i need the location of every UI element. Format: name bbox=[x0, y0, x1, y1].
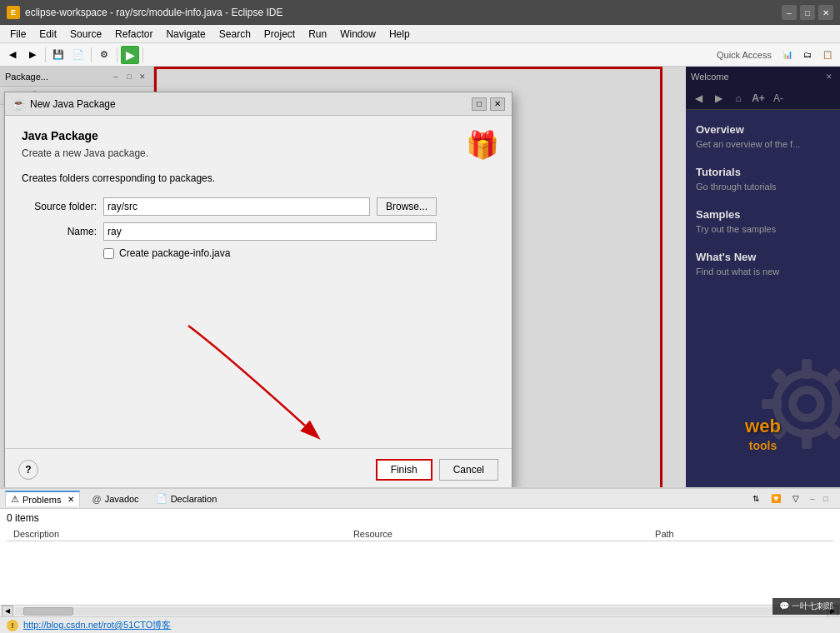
dialog-empty-area bbox=[22, 259, 437, 359]
toolbar-save[interactable]: 💾 bbox=[49, 46, 68, 64]
title-bar: E eclipse-workspace - ray/src/module-inf… bbox=[0, 0, 840, 25]
panel-min-btn[interactable]: – bbox=[807, 493, 818, 505]
status-url[interactable]: http://blog.csdn.net/rot@51CTO博客 bbox=[23, 619, 171, 631]
problems-tab-icon: ⚠ bbox=[11, 494, 19, 505]
checkbox-row: Create package-info.java bbox=[103, 247, 437, 259]
toolbar-view-btn-2[interactable]: 🗂 bbox=[798, 46, 817, 64]
col-description: Description bbox=[7, 527, 347, 541]
help-button[interactable]: ? bbox=[18, 460, 38, 480]
bottom-panel-content: 0 items Description Resource Path bbox=[0, 509, 840, 605]
menu-run[interactable]: Run bbox=[302, 27, 333, 42]
status-bar: ! http://blog.csdn.net/rot@51CTO博客 bbox=[0, 616, 840, 633]
name-input[interactable] bbox=[103, 222, 437, 241]
finish-button[interactable]: Finish bbox=[376, 459, 432, 481]
dialog-body: Java Package Create a new Java package. … bbox=[5, 116, 512, 448]
menu-search[interactable]: Search bbox=[212, 27, 258, 42]
main-toolbar: ◀ ▶ 💾 📄 ⚙ ▶ Quick Access 📊 🗂 📋 bbox=[0, 43, 840, 67]
dialog-form: Source folder: Browse... Name: Create pa… bbox=[22, 197, 437, 259]
panel-view-menu-btn[interactable]: ▽ bbox=[787, 490, 805, 508]
declaration-tab-label: Declaration bbox=[171, 494, 218, 504]
footer-left: ? bbox=[18, 460, 38, 480]
toolbar-separator-4 bbox=[142, 47, 143, 62]
menu-project[interactable]: Project bbox=[258, 27, 302, 42]
toolbar-forward[interactable]: ▶ bbox=[23, 46, 42, 64]
menu-file[interactable]: File bbox=[3, 27, 32, 42]
name-row: Name: bbox=[22, 222, 437, 241]
dialog-restore-btn[interactable]: □ bbox=[472, 97, 487, 111]
table-row bbox=[7, 541, 833, 546]
toolbar-separator-1 bbox=[45, 47, 46, 62]
toolbar-separator-2 bbox=[91, 47, 92, 62]
menu-window[interactable]: Window bbox=[333, 27, 382, 42]
status-warning-icon: ! bbox=[7, 620, 18, 631]
dialog-title-icon: ☕ bbox=[12, 97, 25, 111]
dialog-description: Creates folders corresponding to package… bbox=[22, 172, 437, 184]
problems-tab-label: Problems bbox=[22, 495, 61, 505]
name-label: Name: bbox=[22, 226, 97, 237]
menu-navigate[interactable]: Navigate bbox=[159, 27, 212, 42]
dialog-title-controls: □ ✕ bbox=[472, 97, 505, 111]
empty-path bbox=[648, 541, 833, 546]
dialog-title-left: ☕ New Java Package bbox=[12, 97, 116, 111]
menu-refactor[interactable]: Refactor bbox=[108, 27, 159, 42]
eclipse-icon: E bbox=[7, 6, 20, 19]
create-package-info-checkbox[interactable] bbox=[103, 248, 114, 259]
menu-help[interactable]: Help bbox=[382, 27, 417, 42]
bottom-panel-toolbar: ⇅ 🔽 ▽ – □ bbox=[747, 490, 835, 508]
quick-access-label: Quick Access bbox=[717, 50, 777, 60]
cancel-button[interactable]: Cancel bbox=[439, 459, 498, 481]
toolbar-run[interactable]: ▶ bbox=[121, 46, 139, 64]
create-package-info-label: Create package-info.java bbox=[119, 247, 230, 259]
tab-javadoc[interactable]: @ Javadoc bbox=[87, 492, 143, 506]
problems-tab-close[interactable]: ✕ bbox=[68, 495, 74, 504]
source-folder-row: Source folder: Browse... bbox=[22, 197, 437, 216]
tab-declaration[interactable]: 📄 Declaration bbox=[151, 491, 222, 506]
toolbar-new[interactable]: 📄 bbox=[69, 46, 88, 64]
bottom-panel: ⚠ Problems ✕ @ Javadoc 📄 Declaration ⇅ 🔽… bbox=[0, 487, 840, 616]
col-resource: Resource bbox=[347, 527, 648, 541]
dialog-title-text: New Java Package bbox=[30, 98, 116, 110]
col-path: Path bbox=[648, 527, 833, 541]
javadoc-tab-icon: @ bbox=[92, 494, 101, 504]
panel-filter-btn[interactable]: 🔽 bbox=[767, 490, 785, 508]
browse-button[interactable]: Browse... bbox=[377, 197, 437, 216]
panel-sync-btn[interactable]: ⇅ bbox=[747, 490, 765, 508]
wechat-icon: 💬 bbox=[779, 601, 789, 611]
menu-bar: File Edit Source Refactor Navigate Searc… bbox=[0, 25, 840, 43]
javadoc-tab-label: Javadoc bbox=[105, 494, 139, 504]
toolbar-settings[interactable]: ⚙ bbox=[95, 46, 113, 64]
restore-button[interactable]: □ bbox=[800, 5, 815, 20]
bottom-panel-scrollbar[interactable]: ◀ ▶ bbox=[0, 605, 840, 616]
empty-resource bbox=[347, 541, 648, 546]
menu-edit[interactable]: Edit bbox=[32, 27, 63, 42]
scroll-left-arrow[interactable]: ◀ bbox=[2, 606, 13, 617]
toolbar-back[interactable]: ◀ bbox=[3, 46, 22, 64]
table-header-row: Description Resource Path bbox=[7, 527, 833, 541]
wechat-text: 一叶七刺郎 bbox=[792, 601, 833, 611]
bottom-panel-header: ⚠ Problems ✕ @ Javadoc 📄 Declaration ⇅ 🔽… bbox=[0, 489, 840, 509]
dialog-heading: Java Package bbox=[22, 129, 437, 142]
tab-problems[interactable]: ⚠ Problems ✕ bbox=[5, 491, 80, 506]
close-button[interactable]: ✕ bbox=[818, 5, 833, 20]
declaration-tab-icon: 📄 bbox=[156, 493, 168, 504]
toolbar-view-btn-3[interactable]: 📋 bbox=[818, 46, 837, 64]
source-folder-label: Source folder: bbox=[22, 201, 97, 212]
dialog-overlay: ☕ New Java Package □ ✕ Java Package Crea… bbox=[0, 67, 840, 487]
footer-right: Finish Cancel bbox=[376, 459, 498, 481]
dialog-close-btn[interactable]: ✕ bbox=[490, 97, 505, 111]
dialog-footer: ? Finish Cancel bbox=[5, 448, 512, 487]
panel-max-btn[interactable]: □ bbox=[820, 493, 832, 505]
scroll-thumb[interactable] bbox=[23, 607, 73, 616]
minimize-button[interactable]: – bbox=[782, 5, 797, 20]
menu-source[interactable]: Source bbox=[63, 27, 108, 42]
new-java-package-dialog: ☕ New Java Package □ ✕ Java Package Crea… bbox=[4, 92, 512, 487]
toolbar-view-btn-1[interactable]: 📊 bbox=[778, 46, 797, 64]
package-icon: 🎁 bbox=[462, 129, 502, 169]
eclipse-window: E eclipse-workspace - ray/src/module-inf… bbox=[0, 0, 840, 633]
problems-table: Description Resource Path bbox=[7, 527, 833, 545]
source-folder-input[interactable] bbox=[103, 197, 370, 216]
problems-count: 0 items bbox=[7, 512, 833, 524]
window-title: eclipse-workspace - ray/src/module-info.… bbox=[25, 7, 282, 18]
dialog-title-bar: ☕ New Java Package □ ✕ bbox=[5, 92, 512, 116]
dialog-form-area: Java Package Create a new Java package. … bbox=[5, 116, 453, 448]
